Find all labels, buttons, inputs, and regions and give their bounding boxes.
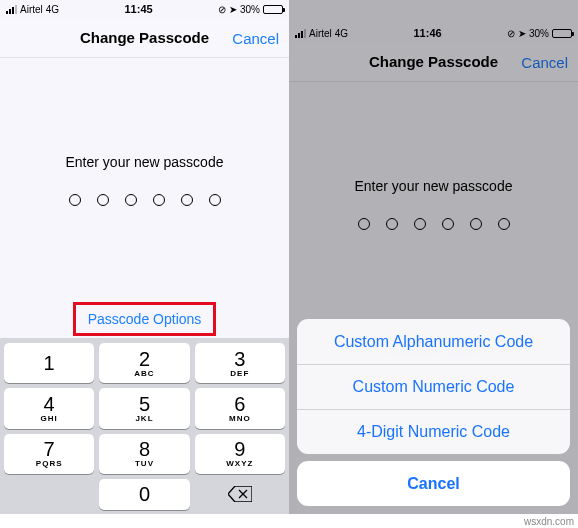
key-6[interactable]: 6MNO bbox=[195, 388, 285, 428]
backspace-icon bbox=[228, 486, 252, 502]
phone-right: Airtel 4G 11:46 ⊘ ➤ 30% Change Passcode … bbox=[289, 0, 578, 514]
prompt-label: Enter your new passcode bbox=[0, 154, 289, 170]
passcode-dot bbox=[125, 194, 137, 206]
key-3[interactable]: 3DEF bbox=[195, 343, 285, 383]
clock: 11:45 bbox=[124, 3, 152, 15]
battery-pct: 30% bbox=[240, 4, 260, 15]
passcode-dot bbox=[69, 194, 81, 206]
content-area: Enter your new passcode bbox=[0, 154, 289, 206]
key-7[interactable]: 7PQRS bbox=[4, 434, 94, 474]
location-icon: ➤ bbox=[229, 4, 237, 15]
carrier-label: Airtel bbox=[20, 4, 43, 15]
key-5[interactable]: 5JKL bbox=[99, 388, 189, 428]
watermark: wsxdn.com bbox=[522, 515, 576, 528]
signal-icon bbox=[6, 5, 17, 14]
action-sheet-options: Custom Alphanumeric Code Custom Numeric … bbox=[297, 319, 570, 454]
key-8[interactable]: 8TUV bbox=[99, 434, 189, 474]
action-sheet-cancel[interactable]: Cancel bbox=[297, 461, 570, 506]
passcode-dot bbox=[181, 194, 193, 206]
key-0[interactable]: 0 bbox=[99, 479, 189, 510]
key-1[interactable]: 1 bbox=[4, 343, 94, 383]
battery-icon bbox=[263, 5, 283, 14]
passcode-dot bbox=[153, 194, 165, 206]
option-custom-numeric[interactable]: Custom Numeric Code bbox=[297, 364, 570, 409]
passcode-options-button[interactable]: Passcode Options bbox=[73, 302, 217, 336]
option-4-digit[interactable]: 4-Digit Numeric Code bbox=[297, 409, 570, 454]
key-9[interactable]: 9WXYZ bbox=[195, 434, 285, 474]
option-custom-alphanumeric[interactable]: Custom Alphanumeric Code bbox=[297, 319, 570, 364]
passcode-dots bbox=[0, 194, 289, 206]
nav-bar: Change Passcode Cancel bbox=[0, 18, 289, 58]
passcode-dot bbox=[97, 194, 109, 206]
cancel-button[interactable]: Cancel bbox=[232, 29, 279, 46]
status-bar: Airtel 4G 11:45 ⊘ ➤ 30% bbox=[0, 0, 289, 18]
page-title: Change Passcode bbox=[80, 29, 209, 46]
action-sheet: Custom Alphanumeric Code Custom Numeric … bbox=[297, 319, 570, 506]
passcode-dot bbox=[209, 194, 221, 206]
backspace-key[interactable] bbox=[195, 479, 285, 510]
key-4[interactable]: 4GHI bbox=[4, 388, 94, 428]
numeric-keypad: 1 2ABC 3DEF 4GHI 5JKL 6MNO 7PQRS 8TUV 9W… bbox=[0, 338, 289, 514]
alarm-icon: ⊘ bbox=[218, 4, 226, 15]
phone-left: Airtel 4G 11:45 ⊘ ➤ 30% Change Passcode … bbox=[0, 0, 289, 514]
network-label: 4G bbox=[46, 4, 59, 15]
key-2[interactable]: 2ABC bbox=[99, 343, 189, 383]
key-blank bbox=[4, 479, 94, 510]
